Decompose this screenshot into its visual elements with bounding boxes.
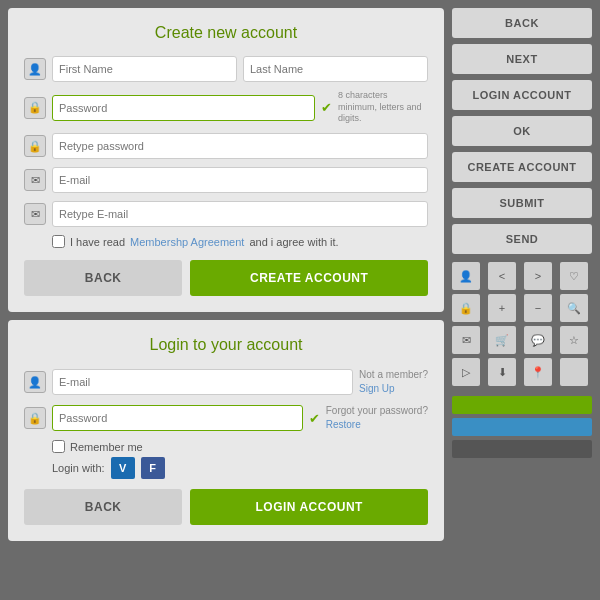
agreement-checkbox[interactable] xyxy=(52,235,65,248)
password-row: 🔒 ✔ 8 characters minimum, letters and di… xyxy=(24,90,428,125)
login-email-input[interactable] xyxy=(52,369,353,395)
icon-grid: 👤 < > ♡ 🔒 + − 🔍 ✉ 🛒 💬 ☆ ▷ ⬇ 📍 xyxy=(452,262,592,386)
grid-play-icon[interactable]: ▷ xyxy=(452,358,480,386)
remember-label: Remember me xyxy=(70,441,143,453)
retype-email-input[interactable] xyxy=(52,201,428,227)
login-user-icon: 👤 xyxy=(24,371,46,393)
email-row: ✉ xyxy=(24,167,428,193)
grid-right-icon[interactable]: > xyxy=(524,262,552,290)
lock2-icon: 🔒 xyxy=(24,135,46,157)
sidebar-login-button[interactable]: LOGIN ACCOUNT xyxy=(452,80,592,110)
login-email-row: 👤 Not a member? Sign Up xyxy=(24,368,428,396)
fb-button[interactable]: F xyxy=(141,457,165,479)
register-submit-button[interactable]: CREATE ACCOUNT xyxy=(190,260,428,296)
agreement-row: I have read Membershp Agreement and i ag… xyxy=(52,235,428,248)
register-title: Create new account xyxy=(24,24,428,42)
lock-icon: 🔒 xyxy=(24,97,46,119)
login-btn-row: BACK LOGIN ACCOUNT xyxy=(24,489,428,525)
sidebar-create-button[interactable]: CREATE ACCOUNT xyxy=(452,152,592,182)
grid-search-icon[interactable]: 🔍 xyxy=(560,294,588,322)
sidebar-back-button[interactable]: BACK xyxy=(452,8,592,38)
login-lock-icon: 🔒 xyxy=(24,407,46,429)
remember-checkbox[interactable] xyxy=(52,440,65,453)
register-btn-row: BACK CREATE ACCOUNT xyxy=(24,260,428,296)
grid-empty-icon xyxy=(560,358,588,386)
vk-button[interactable]: V xyxy=(111,457,135,479)
grid-minus-icon[interactable]: − xyxy=(524,294,552,322)
grid-pin-icon[interactable]: 📍 xyxy=(524,358,552,386)
login-with-label: Login with: xyxy=(52,462,105,474)
name-inputs xyxy=(52,56,428,82)
retype-password-input[interactable] xyxy=(52,133,428,159)
signup-link[interactable]: Sign Up xyxy=(359,383,395,394)
grid-user-icon[interactable]: 👤 xyxy=(452,262,480,290)
check-icon: ✔ xyxy=(321,100,332,115)
login-with-row: Login with: V F xyxy=(52,457,428,479)
grid-left-icon[interactable]: < xyxy=(488,262,516,290)
login-password-input[interactable] xyxy=(52,405,303,431)
blue-bar[interactable] xyxy=(452,418,592,436)
grid-heart-icon[interactable]: ♡ xyxy=(560,262,588,290)
grid-cart-icon[interactable]: 🛒 xyxy=(488,326,516,354)
sidebar-send-button[interactable]: SEND xyxy=(452,224,592,254)
name-row: 👤 xyxy=(24,56,428,82)
forgot-password-text: Forgot your password? Restore xyxy=(326,404,428,432)
agreement-text: I have read xyxy=(70,236,125,248)
login-panel: Login to your account 👤 Not a member? Si… xyxy=(8,320,444,541)
login-check-icon: ✔ xyxy=(309,411,320,426)
email2-icon: ✉ xyxy=(24,203,46,225)
left-column: Create new account 👤 🔒 ✔ 8 characters mi… xyxy=(8,8,444,592)
green-bar[interactable] xyxy=(452,396,592,414)
sidebar-ok-button[interactable]: OK xyxy=(452,116,592,146)
grid-lock-icon[interactable]: 🔒 xyxy=(452,294,480,322)
restore-link[interactable]: Restore xyxy=(326,419,361,430)
sidebar-submit-button[interactable]: SUBMIT xyxy=(452,188,592,218)
login-submit-button[interactable]: LOGIN ACCOUNT xyxy=(190,489,428,525)
register-panel: Create new account 👤 🔒 ✔ 8 characters mi… xyxy=(8,8,444,312)
agreement-suffix: and i agree with it. xyxy=(249,236,338,248)
last-name-input[interactable] xyxy=(243,56,428,82)
sidebar-next-button[interactable]: NEXT xyxy=(452,44,592,74)
login-password-row: 🔒 ✔ Forgot your password? Restore xyxy=(24,404,428,432)
grid-chat-icon[interactable]: 💬 xyxy=(524,326,552,354)
email-input[interactable] xyxy=(52,167,428,193)
agreement-link[interactable]: Membershp Agreement xyxy=(130,236,244,248)
remember-row: Remember me xyxy=(52,440,428,453)
retype-email-row: ✉ xyxy=(24,201,428,227)
grid-down-icon[interactable]: ⬇ xyxy=(488,358,516,386)
login-title: Login to your account xyxy=(24,336,428,354)
email-icon: ✉ xyxy=(24,169,46,191)
user-icon: 👤 xyxy=(24,58,46,80)
grid-email-icon[interactable]: ✉ xyxy=(452,326,480,354)
retype-password-row: 🔒 xyxy=(24,133,428,159)
color-bars xyxy=(452,396,592,458)
password-input[interactable] xyxy=(52,95,315,121)
register-back-button[interactable]: BACK xyxy=(24,260,182,296)
login-back-button[interactable]: BACK xyxy=(24,489,182,525)
password-hint: 8 characters minimum, letters and digits… xyxy=(338,90,428,125)
right-sidebar: BACK NEXT LOGIN ACCOUNT OK CREATE ACCOUN… xyxy=(452,8,592,592)
first-name-input[interactable] xyxy=(52,56,237,82)
not-member-text: Not a member? Sign Up xyxy=(359,368,428,396)
grid-star-icon[interactable]: ☆ xyxy=(560,326,588,354)
dark-bar[interactable] xyxy=(452,440,592,458)
grid-plus-icon[interactable]: + xyxy=(488,294,516,322)
